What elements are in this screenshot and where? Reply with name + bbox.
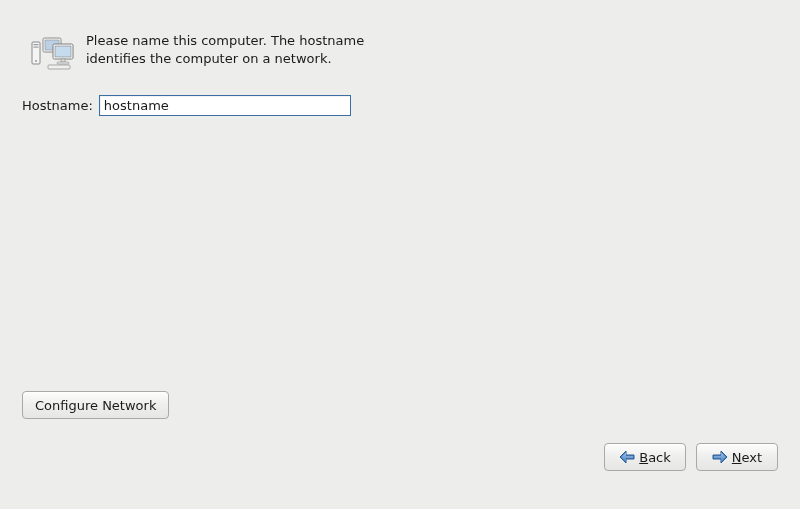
svg-rect-9 [57, 62, 69, 64]
svg-rect-8 [61, 59, 65, 62]
network-computers-icon [30, 32, 76, 72]
svg-point-3 [35, 60, 37, 62]
next-button[interactable]: Next [696, 443, 778, 471]
footer-nav: Back Next [0, 443, 800, 471]
hostname-input[interactable] [99, 95, 351, 116]
arrow-left-icon [619, 450, 635, 464]
intro-text: Please name this computer. The hostname … [86, 32, 386, 67]
svg-rect-2 [34, 47, 39, 48]
arrow-right-icon [712, 450, 728, 464]
svg-rect-1 [34, 44, 39, 45]
svg-rect-10 [48, 65, 70, 69]
next-button-label: Next [732, 450, 762, 465]
hostname-label: Hostname: [22, 98, 93, 113]
configure-network-button[interactable]: Configure Network [22, 391, 169, 419]
svg-rect-7 [55, 46, 71, 57]
back-button-label: Back [639, 450, 671, 465]
back-button[interactable]: Back [604, 443, 686, 471]
